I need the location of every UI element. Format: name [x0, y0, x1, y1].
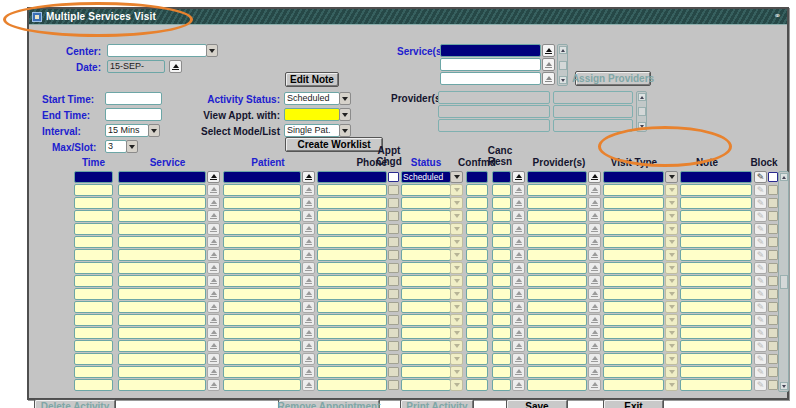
providers-lov-icon[interactable]: [588, 197, 601, 209]
note-cell[interactable]: [680, 353, 752, 365]
time-cell[interactable]: [74, 210, 113, 222]
service-cell[interactable]: [118, 184, 206, 196]
visit-type-cell[interactable]: [603, 379, 664, 391]
phone-cell[interactable]: [317, 249, 387, 261]
note-edit-button[interactable]: ✎: [754, 340, 767, 352]
patient-cell[interactable]: [223, 197, 301, 209]
note-edit-button[interactable]: ✎: [754, 262, 767, 274]
service-lov-icon[interactable]: [207, 353, 220, 365]
note-cell[interactable]: [680, 171, 752, 183]
visit-type-cell[interactable]: [603, 184, 664, 196]
service-lov-icon[interactable]: [207, 262, 220, 274]
providers-scrollbar[interactable]: [636, 91, 647, 132]
block-checkbox[interactable]: [768, 367, 778, 377]
note-cell[interactable]: [680, 223, 752, 235]
note-cell[interactable]: [680, 301, 752, 313]
note-cell[interactable]: [680, 314, 752, 326]
time-cell[interactable]: [74, 236, 113, 248]
phone-cell[interactable]: [317, 171, 387, 183]
canc-resn-lov-icon[interactable]: [512, 353, 525, 365]
phone-cell[interactable]: [317, 275, 387, 287]
date-lov-icon[interactable]: [169, 60, 182, 73]
providers-lov-icon[interactable]: [588, 353, 601, 365]
providers-cell[interactable]: [527, 223, 587, 235]
appt-chgd-checkbox[interactable]: [388, 198, 399, 208]
scrollbar-thumb[interactable]: [559, 61, 567, 70]
status-cell[interactable]: [401, 197, 451, 209]
note-edit-button[interactable]: ✎: [754, 197, 767, 209]
service-cell[interactable]: [118, 301, 206, 313]
block-checkbox[interactable]: [768, 289, 778, 299]
visit-type-cell[interactable]: [603, 327, 664, 339]
visit-type-dropdown-icon[interactable]: [665, 210, 678, 222]
canc-resn-lov-icon[interactable]: [512, 327, 525, 339]
status-dropdown-icon[interactable]: [450, 184, 463, 196]
view-appt-select[interactable]: [284, 108, 340, 121]
service-cell[interactable]: [118, 327, 206, 339]
note-cell[interactable]: [680, 249, 752, 261]
service-lov-icon[interactable]: [207, 184, 220, 196]
service-lov-icon[interactable]: [207, 340, 220, 352]
visit-type-cell[interactable]: [603, 249, 664, 261]
providers-lov-icon[interactable]: [588, 327, 601, 339]
confmd-cell[interactable]: [466, 184, 488, 196]
patient-cell[interactable]: [223, 236, 301, 248]
end-time-input[interactable]: [105, 108, 162, 121]
canc-resn-lov-icon[interactable]: [512, 210, 525, 222]
service-lov-icon[interactable]: [207, 366, 220, 378]
service-cell[interactable]: [118, 197, 206, 209]
providers-cell[interactable]: [527, 327, 587, 339]
block-checkbox[interactable]: [768, 380, 778, 390]
visit-type-dropdown-icon[interactable]: [665, 184, 678, 196]
confmd-cell[interactable]: [466, 262, 488, 274]
service-lov-icon[interactable]: [207, 236, 220, 248]
confmd-cell[interactable]: [466, 379, 488, 391]
appt-chgd-checkbox[interactable]: [388, 224, 399, 234]
service-lov-icon[interactable]: [207, 210, 220, 222]
canc-resn-cell[interactable]: [492, 275, 511, 287]
status-dropdown-icon[interactable]: [450, 262, 463, 274]
status-dropdown-icon[interactable]: [450, 327, 463, 339]
service-input-2[interactable]: [440, 58, 541, 71]
note-edit-button[interactable]: ✎: [754, 184, 767, 196]
service-cell[interactable]: [118, 288, 206, 300]
appt-chgd-checkbox[interactable]: [388, 380, 399, 390]
status-dropdown-icon[interactable]: [450, 288, 463, 300]
note-cell[interactable]: [680, 288, 752, 300]
appt-chgd-checkbox[interactable]: [388, 354, 399, 364]
visit-type-cell[interactable]: [603, 275, 664, 287]
phone-cell[interactable]: [317, 197, 387, 209]
canc-resn-lov-icon[interactable]: [512, 314, 525, 326]
max-slot-select[interactable]: 3: [105, 140, 127, 153]
service-cell[interactable]: [118, 379, 206, 391]
patient-cell[interactable]: [223, 275, 301, 287]
time-cell[interactable]: [74, 288, 113, 300]
visit-type-dropdown-icon[interactable]: [665, 340, 678, 352]
patient-cell[interactable]: [223, 314, 301, 326]
providers-lov-icon[interactable]: [588, 314, 601, 326]
scrollbar-thumb[interactable]: [638, 107, 646, 116]
select-mode-select[interactable]: Single Pat.: [284, 124, 340, 137]
service-lov-icon-3[interactable]: [542, 72, 555, 85]
note-cell[interactable]: [680, 210, 752, 222]
canc-resn-lov-icon[interactable]: [512, 301, 525, 313]
patient-cell[interactable]: [223, 184, 301, 196]
block-checkbox[interactable]: [768, 224, 778, 234]
canc-resn-lov-icon[interactable]: [512, 184, 525, 196]
note-edit-button[interactable]: ✎: [754, 314, 767, 326]
providers-lov-icon[interactable]: [588, 275, 601, 287]
appt-chgd-checkbox[interactable]: [388, 211, 399, 221]
confmd-cell[interactable]: [466, 353, 488, 365]
patient-lov-icon[interactable]: [302, 327, 315, 339]
patient-lov-icon[interactable]: [302, 353, 315, 365]
appt-chgd-checkbox[interactable]: [388, 172, 399, 182]
note-edit-button[interactable]: ✎: [754, 249, 767, 261]
phone-cell[interactable]: [317, 314, 387, 326]
status-dropdown-icon[interactable]: [450, 236, 463, 248]
status-cell[interactable]: [401, 262, 451, 274]
providers-lov-icon[interactable]: [588, 249, 601, 261]
providers-lov-icon[interactable]: [588, 262, 601, 274]
canc-resn-cell[interactable]: [492, 197, 511, 209]
visit-type-cell[interactable]: [603, 301, 664, 313]
canc-resn-cell[interactable]: [492, 379, 511, 391]
